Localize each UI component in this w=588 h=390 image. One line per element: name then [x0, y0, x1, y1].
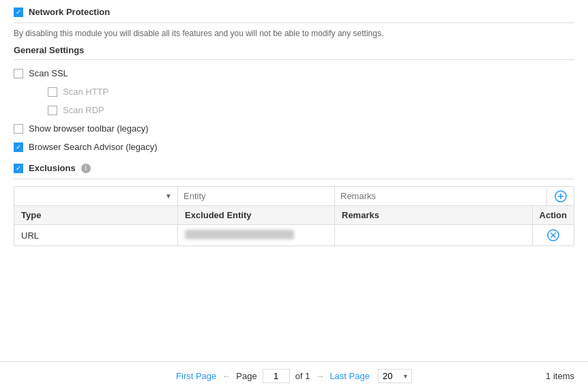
scan-rdp-label: Scan RDP [63, 105, 104, 115]
first-page-link[interactable]: First Page [176, 371, 216, 381]
exclusions-header: Exclusions i [14, 163, 574, 179]
scan-ssl-row: Scan SSL [14, 67, 574, 80]
browser-search-advisor-label: Browser Search Advisor (legacy) [29, 142, 158, 152]
show-browser-toolbar-checkbox[interactable] [14, 124, 23, 134]
module-description: By disabling this module you will disabl… [14, 29, 574, 38]
last-page-link[interactable]: Last Page [329, 371, 370, 381]
page-size-select[interactable]: 20 50 100 [379, 370, 411, 382]
pagination-bar: First Page ← Page of 1 → Last Page 20 50… [0, 361, 588, 390]
filter-row: URL IP Domain ▼ [14, 186, 574, 205]
scan-http-label: Scan HTTP [63, 87, 108, 97]
col-header-entity: Excluded Entity [178, 206, 335, 225]
network-protection-header: Network Protection [14, 7, 574, 23]
show-browser-toolbar-label: Show browser toolbar (legacy) [29, 123, 149, 134]
page-label: Page [236, 371, 256, 381]
row-type-cell: URL [14, 225, 178, 246]
row-action-cell [532, 225, 574, 246]
col-header-type: Type [14, 206, 178, 225]
exclusions-table: Type Excluded Entity Remarks Action URL [14, 205, 574, 246]
exclusions-title: Exclusions [29, 163, 76, 173]
prev-page-arrow[interactable]: ← [222, 371, 231, 381]
scan-http-checkbox[interactable] [48, 87, 57, 97]
table-header-row: Type Excluded Entity Remarks Action [14, 206, 574, 225]
next-page-arrow[interactable]: → [315, 371, 324, 381]
col-header-action: Action [532, 206, 574, 225]
x-circle-icon [547, 229, 559, 241]
exclusions-checkbox[interactable] [14, 164, 23, 173]
col-header-remarks: Remarks [335, 206, 533, 225]
plus-circle-icon [555, 190, 567, 202]
network-protection-checkbox[interactable] [14, 7, 23, 17]
remarks-filter-input[interactable] [335, 187, 546, 205]
scan-ssl-checkbox[interactable] [14, 69, 23, 78]
scan-rdp-checkbox[interactable] [48, 106, 57, 115]
show-browser-toolbar-row: Show browser toolbar (legacy) [14, 122, 574, 135]
type-filter-select[interactable]: URL IP Domain [14, 187, 177, 205]
type-filter-wrapper: URL IP Domain ▼ [14, 187, 178, 205]
page-number-input[interactable] [263, 369, 290, 383]
scan-http-row: Scan HTTP [48, 85, 574, 98]
add-exclusion-button[interactable] [546, 188, 574, 205]
items-count: 1 items [546, 371, 574, 381]
scan-rdp-row: Scan RDP [48, 104, 574, 117]
scan-ssl-label: Scan SSL [29, 68, 68, 78]
entity-blurred-value [185, 230, 294, 239]
delete-row-button[interactable] [540, 229, 567, 241]
table-row: URL [14, 225, 574, 246]
entity-filter-input[interactable] [178, 187, 335, 205]
of-total-pages: of 1 [295, 371, 310, 381]
exclusions-info-icon[interactable]: i [81, 164, 91, 173]
row-entity-cell [178, 225, 335, 246]
page-size-wrapper: 20 50 100 ▼ [378, 369, 412, 383]
network-protection-title: Network Protection [29, 7, 110, 17]
browser-search-advisor-checkbox[interactable] [14, 142, 23, 152]
main-container: Network Protection By disabling this mod… [0, 0, 588, 390]
general-settings-label: General Settings [14, 45, 574, 60]
row-remarks-cell [335, 225, 533, 246]
browser-search-advisor-row: Browser Search Advisor (legacy) [14, 140, 574, 153]
